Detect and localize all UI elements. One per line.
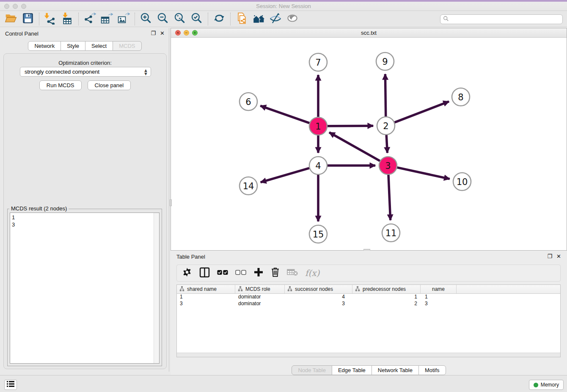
search-input[interactable]	[449, 16, 562, 23]
zoom-selected-button[interactable]	[190, 12, 204, 26]
import-network-button[interactable]	[43, 12, 58, 26]
cell-shared-name[interactable]: 3	[177, 301, 235, 307]
import-table-button[interactable]	[60, 12, 74, 26]
mcds-result-lines: 13	[12, 214, 157, 228]
graph-edge-1-6[interactable]	[260, 106, 309, 123]
tab-select[interactable]: Select	[85, 41, 113, 51]
graph-node-15[interactable]: 15	[309, 225, 327, 243]
home-layout-button[interactable]	[251, 12, 266, 26]
window-title: Session: New Session	[0, 3, 567, 9]
float-panel-icon[interactable]: ❐	[151, 30, 156, 36]
result-scrollbar[interactable]	[154, 213, 159, 363]
cell-predecessor-nodes[interactable]: 2	[352, 301, 421, 307]
column-header-successor-nodes[interactable]: successor nodes	[285, 285, 352, 293]
cell-predecessor-nodes[interactable]: 1	[352, 294, 421, 301]
close-panel-icon[interactable]: ✕	[160, 30, 165, 36]
open-folder-icon	[5, 12, 17, 26]
network-window-titlebar[interactable]: ✕ − + scc.txt	[171, 28, 567, 38]
graph-node-8[interactable]: 8	[452, 88, 470, 106]
graph-edge-3-11[interactable]	[388, 175, 391, 220]
graph-edge-1-2[interactable]	[328, 126, 373, 126]
graph-node-11[interactable]: 11	[382, 224, 400, 242]
tree-icon	[238, 286, 243, 293]
task-history-button[interactable]	[4, 380, 17, 390]
network-graph[interactable]: 1234678910111415	[171, 38, 567, 250]
column-header-mcds-role[interactable]: MCDS role	[235, 285, 285, 293]
open-session-button[interactable]	[4, 12, 18, 26]
table-row[interactable]: 3 dominator 3 2 3	[177, 301, 560, 307]
cell-name[interactable]: 3	[421, 301, 457, 307]
vertical-splitter-handle[interactable]	[170, 199, 172, 206]
delete-column-button[interactable]	[271, 267, 280, 279]
column-header-name[interactable]: name	[421, 285, 457, 293]
graph-node-4[interactable]: 4	[309, 157, 327, 174]
table-horizontal-scrollbar[interactable]	[177, 353, 560, 357]
graph-edge-2-9[interactable]	[385, 74, 385, 116]
tab-mcds[interactable]: MCDS	[113, 41, 141, 51]
graph-node-10[interactable]: 10	[453, 173, 471, 190]
optimization-criterion-select[interactable]: strongly connected component ▲▼	[20, 67, 151, 77]
copy-network-button[interactable]	[234, 12, 249, 26]
export-network-button[interactable]	[83, 12, 97, 26]
tab-style[interactable]: Style	[61, 41, 85, 51]
float-table-panel-icon[interactable]: ❐	[547, 254, 552, 259]
main-toolbar	[0, 11, 567, 27]
cell-mcds-role[interactable]: dominator	[235, 301, 285, 307]
cell-successor-nodes[interactable]: 3	[285, 301, 352, 307]
zoom-in-button[interactable]	[139, 12, 153, 26]
tab-motifs[interactable]: Motifs	[418, 365, 446, 375]
export-image-icon	[117, 12, 130, 26]
refresh-button[interactable]	[212, 12, 226, 26]
export-image-button[interactable]	[116, 12, 131, 26]
graph-node-9[interactable]: 9	[376, 52, 394, 70]
column-label: MCDS role	[245, 286, 270, 292]
graph-node-1[interactable]: 1	[309, 117, 327, 135]
table-toolbar: f(x)	[176, 265, 561, 282]
tab-node-table[interactable]: Node Table	[292, 365, 332, 375]
save-session-button[interactable]	[21, 12, 35, 26]
network-canvas[interactable]: 1234678910111415	[171, 38, 567, 250]
export-table-button[interactable]	[99, 12, 114, 26]
graph-edge-2-3[interactable]	[386, 135, 387, 153]
function-builder-button-disabled[interactable]: f(x)	[305, 267, 319, 279]
table-row[interactable]: 1 dominator 4 1 1	[177, 294, 560, 301]
graph-node-3[interactable]: 3	[379, 157, 397, 174]
graph-edge-3-1[interactable]	[329, 133, 380, 161]
column-visibility-button[interactable]	[199, 267, 210, 279]
tab-edge-table[interactable]: Edge Table	[332, 365, 372, 375]
graph-node-7[interactable]: 7	[309, 53, 327, 71]
column-header-predecessor-nodes[interactable]: predecessor nodes	[352, 285, 421, 293]
zoom-out-button[interactable]	[156, 12, 170, 26]
mcds-result-title: MCDS result (2 nodes)	[9, 205, 69, 212]
add-column-button[interactable]	[253, 267, 264, 279]
graph-edge-2-8[interactable]	[395, 102, 449, 122]
svg-text:10: 10	[457, 177, 468, 187]
cell-successor-nodes[interactable]: 4	[285, 294, 352, 301]
memory-button[interactable]: Memory	[529, 380, 564, 390]
mcds-result-line: 1	[12, 214, 157, 221]
tab-network[interactable]: Network	[28, 41, 61, 51]
hide-selected-button[interactable]	[268, 12, 283, 26]
toolbar-separator	[39, 13, 39, 25]
graph-node-14[interactable]: 14	[239, 177, 257, 195]
tab-network-table[interactable]: Network Table	[372, 365, 419, 375]
deselect-all-rows-button[interactable]	[235, 267, 246, 279]
close-table-panel-icon[interactable]: ✕	[556, 254, 561, 259]
graph-node-2[interactable]: 2	[377, 117, 395, 135]
delete-table-button-disabled[interactable]	[287, 267, 298, 279]
mcds-result-textarea[interactable]: 13	[10, 213, 160, 364]
zoom-fit-button[interactable]	[173, 12, 187, 26]
cell-shared-name[interactable]: 1	[177, 294, 235, 301]
column-header-shared-name[interactable]: shared name	[177, 285, 235, 293]
search-field[interactable]	[440, 14, 563, 24]
cell-mcds-role[interactable]: dominator	[235, 294, 285, 301]
select-all-rows-button[interactable]	[217, 267, 228, 279]
run-mcds-button[interactable]: Run MCDS	[39, 80, 82, 90]
cell-name[interactable]: 1	[421, 294, 457, 301]
table-settings-button[interactable]	[182, 267, 192, 279]
graph-node-6[interactable]: 6	[239, 93, 257, 110]
graph-edge-4-14[interactable]	[261, 168, 309, 182]
show-all-button[interactable]	[285, 12, 300, 26]
graph-edge-3-10[interactable]	[397, 168, 449, 179]
close-panel-button[interactable]: Close panel	[88, 80, 131, 90]
